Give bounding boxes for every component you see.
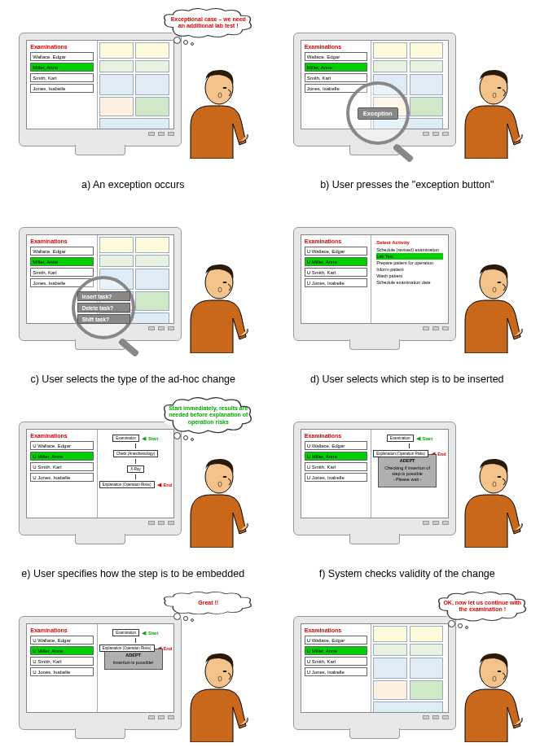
start-label: Start [423, 436, 433, 441]
right-pane [98, 41, 174, 129]
start-marker: ◀ [142, 630, 146, 636]
end-label: End [164, 483, 172, 487]
monitor-buttons [301, 715, 449, 719]
svg-point-11 [493, 287, 496, 292]
monitor-buttons [26, 132, 174, 136]
user-figure [174, 649, 252, 742]
screen: Examinations U Wallace, EdgarU Miller, A… [301, 623, 449, 713]
end-label: End [437, 452, 446, 457]
adhoc-menu-item[interactable]: Insert task? [77, 291, 130, 301]
patient-row[interactable]: Smith, Karl [30, 73, 93, 82]
svg-point-19 [223, 671, 227, 672]
patient-row[interactable]: U Smith, Karl [30, 657, 93, 666]
patient-row[interactable]: U Miller, Anne [30, 452, 93, 461]
screen: Examinations U Wallace, EdgarU Miller, A… [301, 234, 449, 324]
user-figure [449, 260, 526, 353]
panel-caption: e) User specifies how the step is to be … [21, 568, 244, 579]
patient-row[interactable]: U Jones, Isabelle [30, 473, 93, 482]
activity-item[interactable]: Lab Test [376, 253, 443, 260]
patient-row[interactable]: U Wallace, Edgar [30, 441, 93, 450]
panel-caption: d) User selects which step is to be inse… [310, 374, 504, 385]
patient-row[interactable]: U Miller, Anne [305, 646, 367, 655]
svg-point-20 [218, 676, 222, 681]
screen: Examinations Wallace, EdgarMiller, AnneS… [26, 40, 174, 129]
user-figure [449, 649, 526, 742]
select-activity-title: Select Activity [376, 240, 443, 245]
activity-item[interactable]: Wash patient [376, 273, 443, 279]
svg-point-22 [497, 671, 501, 672]
flow-step: Explanation (Operation Risks) [99, 481, 155, 488]
patient-row[interactable]: U Jones, Isabelle [305, 473, 367, 482]
flow-step: Check (Anesthesiology) [113, 450, 159, 457]
patient-row[interactable]: Wallace, Edgar [30, 247, 93, 256]
right-pane: Select Activity Schedule (revised) exami… [371, 235, 448, 323]
patient-row[interactable]: Wallace, Edgar [30, 52, 93, 61]
activity-item[interactable]: Schedule (revised) examination [376, 247, 443, 253]
panel-caption: c) User selects the type of the ad-hoc c… [30, 374, 235, 385]
activity-item[interactable]: Prepare patient for operation [376, 260, 443, 266]
monitor-buttons [26, 715, 174, 719]
patient-row[interactable]: U Smith, Karl [305, 657, 367, 666]
patient-row[interactable]: Smith, Karl [30, 268, 93, 277]
patient-row[interactable]: U Jones, Isabelle [305, 278, 367, 287]
patient-row[interactable]: U Miller, Anne [305, 452, 367, 461]
svg-point-2 [218, 93, 222, 98]
patient-row[interactable]: U Miller, Anne [30, 646, 93, 655]
adhoc-menu-item[interactable]: Delete task? [77, 303, 130, 312]
panel-caption: b) User presses the "exception button" [320, 179, 494, 190]
monitor: Examinations U Wallace, EdgarU Miller, A… [293, 227, 456, 341]
patient-row[interactable]: Jones, Isabelle [30, 84, 93, 93]
patient-row[interactable]: U Miller, Anne [305, 257, 367, 266]
patient-row[interactable]: U Jones, Isabelle [30, 667, 93, 676]
svg-point-8 [218, 287, 222, 292]
panel-0: Examinations Wallace, EdgarMiller, AnneS… [12, 16, 254, 203]
patient-row[interactable]: U Wallace, Edgar [305, 441, 367, 450]
patient-row[interactable]: Smith, Karl [305, 73, 367, 82]
thought-bubble: Start immediately, results are needed be… [161, 397, 255, 441]
start-label: Start [148, 631, 159, 636]
patient-row[interactable]: Miller, Anne [305, 63, 367, 72]
panel-caption: a) An exception occurs [81, 179, 184, 190]
svg-point-23 [493, 676, 496, 681]
panel-1: Examinations Wallace, EdgarMiller, AnneS… [287, 16, 529, 203]
monitor: Examinations U Wallace, EdgarU Miller, A… [19, 616, 182, 730]
examinations-title: Examinations [305, 627, 367, 633]
patient-row[interactable]: U Wallace, Edgar [30, 636, 93, 645]
thought-bubble: OK, now let us continue with the examina… [436, 592, 529, 629]
screen: Examinations U Wallace, EdgarU Miller, A… [26, 429, 174, 518]
user-figure [449, 454, 526, 548]
adept-dialog: ADEPT Checking if insertion of step is p… [378, 454, 437, 487]
activity-item[interactable]: Inform patient [376, 266, 443, 273]
monitor-buttons [301, 326, 449, 330]
patient-row[interactable]: U Jones, Isabelle [305, 667, 367, 676]
magnifier: Insert task?Delete task?Shift task? [72, 276, 135, 339]
flow-step: Examination [112, 629, 139, 636]
monitor: Examinations U Wallace, EdgarU Miller, A… [293, 616, 456, 730]
patient-row[interactable]: U Smith, Karl [305, 462, 367, 471]
monitor-buttons [301, 521, 449, 525]
flow-step: Explanation (Operation Risks) [99, 645, 155, 652]
svg-point-7 [223, 282, 227, 283]
panel-7: Examinations U Wallace, EdgarU Miller, A… [287, 600, 529, 756]
panel-3: Examinations U Wallace, EdgarU Miller, A… [287, 211, 529, 397]
adhoc-menu-item[interactable]: Shift task? [77, 314, 130, 324]
examinations-title: Examinations [30, 433, 93, 439]
monitor: Examinations Wallace, EdgarMiller, AnneS… [19, 33, 182, 146]
patient-row[interactable]: Wallace, Edgar [305, 52, 367, 61]
patient-row[interactable]: Miller, Anne [30, 63, 93, 72]
patient-row[interactable]: U Smith, Karl [30, 462, 93, 471]
svg-point-17 [493, 482, 496, 487]
flow-step: Explanation (Operation Risks) [373, 450, 428, 457]
patient-row[interactable]: U Wallace, Edgar [305, 636, 367, 645]
patient-row[interactable]: Miller, Anne [30, 257, 93, 266]
svg-point-4 [497, 87, 501, 89]
right-pane: Examination ◀ Start ADEPT Checking if in… [371, 430, 448, 518]
examinations-title: Examinations [30, 44, 93, 50]
patient-row[interactable]: U Wallace, Edgar [305, 247, 367, 256]
exception-button[interactable]: Exception [358, 107, 398, 120]
panel-6: Examinations U Wallace, EdgarU Miller, A… [12, 600, 254, 756]
patient-row[interactable]: U Smith, Karl [305, 268, 367, 277]
user-figure [449, 65, 526, 159]
activity-item[interactable]: Schedule examination date [376, 279, 443, 286]
svg-point-13 [223, 476, 227, 478]
